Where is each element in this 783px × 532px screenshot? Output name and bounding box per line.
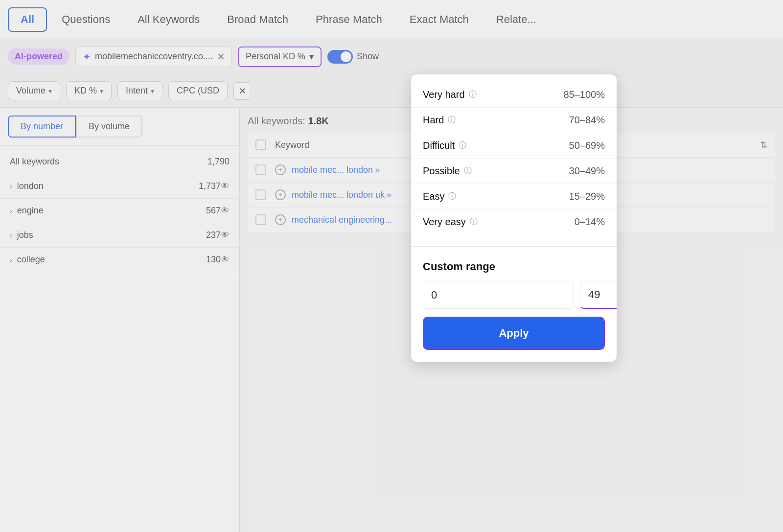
kd-very-easy-range: 0–14% [575,216,605,228]
kd-difficult-range: 50–69% [569,140,605,151]
kd-possible-info-icon[interactable]: ⓘ [464,166,472,176]
kd-easy-item[interactable]: Easy ⓘ 15–29% [411,184,617,209]
custom-range-inputs [423,281,605,309]
kd-divider [411,246,617,247]
kd-very-easy-item[interactable]: Very easy ⓘ 0–14% [411,209,617,234]
kd-difficult-label: Difficult [423,140,455,151]
kd-panel: Very hard ⓘ 85–100% Hard ⓘ 70–84% Diffic… [411,74,617,362]
kd-possible-item[interactable]: Possible ⓘ 30–49% [411,159,617,184]
range-to-input[interactable] [580,281,617,309]
kd-hard-item[interactable]: Hard ⓘ 70–84% [411,108,617,133]
custom-range-section: Custom range Apply [411,251,617,362]
kd-panel-items: Very hard ⓘ 85–100% Hard ⓘ 70–84% Diffic… [411,74,617,242]
kd-easy-label: Easy [423,191,444,202]
kd-difficult-item[interactable]: Difficult ⓘ 50–69% [411,133,617,159]
kd-very-hard-range: 85–100% [563,89,605,100]
kd-hard-range: 70–84% [569,115,605,126]
kd-easy-range: 15–29% [569,191,605,202]
kd-very-hard-item[interactable]: Very hard ⓘ 85–100% [411,82,617,108]
kd-possible-range: 30–49% [569,165,605,177]
dropdown-overlay [0,0,783,532]
kd-very-hard-info-icon[interactable]: ⓘ [469,90,477,100]
kd-difficult-info-icon[interactable]: ⓘ [459,140,466,151]
kd-very-easy-label: Very easy [423,216,466,228]
kd-hard-label: Hard [423,115,444,126]
kd-very-easy-info-icon[interactable]: ⓘ [470,217,478,227]
kd-hard-info-icon[interactable]: ⓘ [448,115,456,125]
apply-button[interactable]: Apply [423,317,605,350]
range-from-input[interactable] [423,281,574,309]
kd-very-hard-label: Very hard [423,89,465,100]
kd-easy-info-icon[interactable]: ⓘ [448,191,456,202]
kd-possible-label: Possible [423,165,460,177]
custom-range-title: Custom range [423,260,605,273]
